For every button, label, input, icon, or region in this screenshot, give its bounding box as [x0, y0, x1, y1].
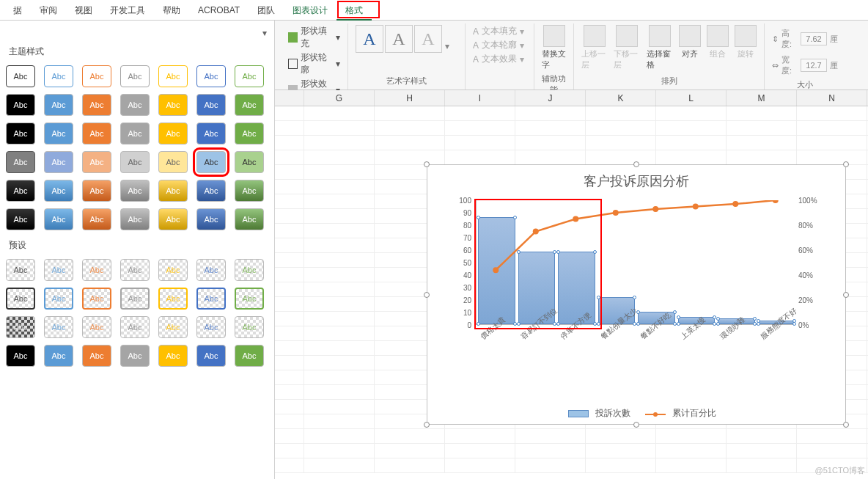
- wordart-more-icon[interactable]: ▾: [444, 41, 451, 53]
- tab-format[interactable]: 格式: [336, 0, 372, 21]
- style-swatch[interactable]: Abc: [120, 94, 150, 116]
- style-swatch[interactable]: Abc: [158, 65, 188, 87]
- resize-handle[interactable]: [843, 161, 849, 167]
- style-swatch[interactable]: Abc: [196, 123, 226, 145]
- style-swatch[interactable]: Abc: [158, 94, 188, 116]
- resize-handle[interactable]: [633, 161, 639, 167]
- style-swatch[interactable]: Abc: [235, 65, 264, 87]
- resize-handle[interactable]: [424, 292, 430, 298]
- preset-swatch[interactable]: Abc: [235, 345, 264, 367]
- tab-acrobat[interactable]: ACROBAT: [189, 0, 249, 21]
- style-swatch[interactable]: Abc: [82, 123, 111, 145]
- resize-handle[interactable]: [424, 161, 430, 167]
- style-swatch[interactable]: Abc: [6, 123, 35, 145]
- preset-swatch[interactable]: Abc: [82, 316, 111, 338]
- tab-help[interactable]: 帮助: [154, 0, 189, 21]
- col-header[interactable]: J: [515, 90, 586, 106]
- style-swatch[interactable]: Abc: [158, 151, 188, 173]
- tab-review[interactable]: 审阅: [31, 0, 66, 21]
- chart-plot-area[interactable]: 0102030405060708090100 0%20%40%60%80%100…: [454, 200, 820, 362]
- style-swatch[interactable]: Abc: [120, 180, 150, 202]
- preset-swatch[interactable]: Abc: [120, 345, 150, 367]
- chart-title[interactable]: 客户投诉原因分析: [427, 172, 845, 190]
- style-swatch[interactable]: Abc: [196, 180, 226, 202]
- col-header[interactable]: L: [656, 90, 727, 106]
- style-swatch[interactable]: Abc: [120, 65, 150, 87]
- preset-swatch[interactable]: Abc: [235, 288, 264, 310]
- style-swatch[interactable]: Abc: [6, 94, 35, 116]
- style-swatch[interactable]: Abc: [82, 65, 111, 87]
- style-swatch[interactable]: Abc: [235, 151, 264, 173]
- style-swatch[interactable]: Abc: [235, 208, 264, 230]
- style-swatch[interactable]: Abc: [158, 180, 188, 202]
- tab-chart-design[interactable]: 图表设计: [284, 0, 336, 21]
- preset-swatch[interactable]: Abc: [44, 316, 73, 338]
- panel-dropdown-icon[interactable]: ▾: [262, 28, 267, 38]
- style-swatch[interactable]: Abc: [44, 208, 73, 230]
- shape-fill-button[interactable]: 形状填充 ▾: [288, 25, 340, 50]
- col-header[interactable]: H: [375, 90, 445, 106]
- preset-swatch[interactable]: Abc: [196, 288, 226, 310]
- width-field[interactable]: ⇔宽度:厘: [772, 54, 838, 76]
- resize-handle[interactable]: [843, 292, 849, 298]
- preset-swatch[interactable]: Abc: [44, 288, 73, 310]
- preset-swatch[interactable]: Abc: [6, 288, 35, 310]
- wordart-style-3[interactable]: A: [414, 25, 442, 53]
- resize-handle[interactable]: [843, 422, 849, 428]
- style-swatch[interactable]: Abc: [196, 65, 226, 87]
- style-swatch[interactable]: Abc: [82, 151, 111, 173]
- preset-swatch[interactable]: Abc: [158, 316, 188, 338]
- style-swatch[interactable]: Abc: [235, 94, 264, 116]
- resize-handle[interactable]: [633, 422, 639, 428]
- style-swatch[interactable]: Abc: [82, 208, 111, 230]
- preset-swatch[interactable]: Abc: [235, 316, 264, 338]
- tab-view[interactable]: 视图: [66, 0, 101, 21]
- preset-swatch[interactable]: Abc: [120, 259, 150, 281]
- style-swatch[interactable]: Abc: [235, 180, 264, 202]
- preset-swatch[interactable]: Abc: [120, 288, 150, 310]
- preset-swatch[interactable]: Abc: [158, 345, 188, 367]
- width-input[interactable]: [801, 59, 827, 72]
- height-field[interactable]: ⇕高度:厘: [772, 28, 838, 50]
- style-swatch[interactable]: Abc: [82, 94, 111, 116]
- height-input[interactable]: [801, 32, 827, 45]
- align-button[interactable]: 对齐: [679, 25, 701, 59]
- col-header[interactable]: G: [304, 90, 375, 106]
- preset-swatch[interactable]: Abc: [235, 259, 264, 281]
- preset-swatch[interactable]: Abc: [6, 345, 35, 367]
- preset-swatch[interactable]: Abc: [196, 345, 226, 367]
- style-swatch[interactable]: Abc: [82, 180, 111, 202]
- style-swatch[interactable]: Abc: [44, 65, 73, 87]
- selection-pane-button[interactable]: 选择窗格: [647, 25, 673, 70]
- style-swatch[interactable]: Abc: [44, 94, 73, 116]
- style-swatch[interactable]: Abc: [6, 208, 35, 230]
- style-swatch[interactable]: Abc: [120, 123, 150, 145]
- style-swatch[interactable]: Abc: [235, 123, 264, 145]
- preset-swatch[interactable]: Abc: [196, 259, 226, 281]
- preset-swatch[interactable]: Abc: [158, 288, 188, 310]
- style-swatch[interactable]: Abc: [44, 180, 73, 202]
- col-header[interactable]: N: [797, 90, 867, 106]
- resize-handle[interactable]: [424, 422, 430, 428]
- style-swatch[interactable]: Abc: [44, 151, 73, 173]
- style-swatch-selected[interactable]: Abc: [196, 151, 226, 173]
- preset-swatch[interactable]: Abc: [44, 259, 73, 281]
- preset-swatch[interactable]: Abc: [82, 288, 111, 310]
- worksheet-grid[interactable]: G H I J K L M N /* rows generated below …: [275, 90, 868, 479]
- preset-swatch[interactable]: Abc: [6, 259, 35, 281]
- style-swatch[interactable]: Abc: [158, 123, 188, 145]
- col-header[interactable]: K: [586, 90, 656, 106]
- preset-swatch[interactable]: Abc: [44, 345, 73, 367]
- style-swatch[interactable]: Abc: [6, 65, 35, 87]
- preset-swatch[interactable]: Abc: [82, 345, 111, 367]
- style-swatch[interactable]: Abc: [120, 208, 150, 230]
- style-swatch[interactable]: Abc: [120, 151, 150, 173]
- preset-swatch[interactable]: Abc: [196, 316, 226, 338]
- style-swatch[interactable]: Abc: [196, 208, 226, 230]
- preset-swatch[interactable]: Abc: [82, 259, 111, 281]
- chart-object[interactable]: 客户投诉原因分析 0102030405060708090100 0%20%40%…: [427, 164, 846, 425]
- wordart-style-2[interactable]: A: [385, 25, 413, 53]
- tab-data[interactable]: 据: [4, 0, 31, 21]
- preset-swatch[interactable]: Abc: [120, 316, 150, 338]
- tab-developer[interactable]: 开发工具: [101, 0, 154, 21]
